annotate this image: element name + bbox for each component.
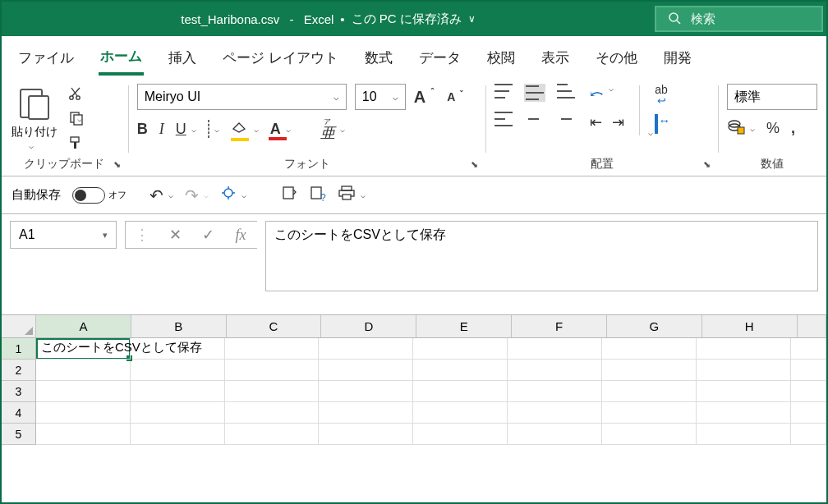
formula-options-icon[interactable]: ⋮ (126, 226, 159, 244)
dialog-launcher-icon[interactable]: ⬊ (471, 159, 478, 170)
chevron-down-icon[interactable]: ⌵ (168, 190, 173, 199)
borders-button[interactable] (208, 121, 209, 138)
tab-developer[interactable]: 開発 (662, 40, 693, 74)
cut-button[interactable] (66, 84, 85, 103)
cell-E5[interactable] (413, 424, 508, 445)
chevron-down-icon[interactable]: ⌵ (609, 84, 614, 103)
column-header-H[interactable]: H (702, 315, 798, 338)
tab-file[interactable]: ファイル (16, 40, 76, 74)
qat-icon-2[interactable]: ? (309, 185, 326, 205)
cell-H2[interactable] (697, 360, 791, 381)
cell-G2[interactable] (602, 360, 697, 381)
undo-button[interactable]: ↶ (150, 186, 163, 205)
cell-D2[interactable] (319, 360, 413, 381)
dialog-launcher-icon[interactable]: ⬊ (703, 159, 711, 170)
column-header-B[interactable]: B (131, 315, 227, 338)
autosave-toggle[interactable] (72, 187, 105, 204)
cell-D1[interactable] (319, 338, 413, 360)
cell-E1[interactable] (413, 338, 508, 360)
cell-H5[interactable] (697, 424, 791, 445)
fill-color-button[interactable] (231, 121, 249, 139)
cell-E3[interactable] (413, 381, 508, 402)
decrease-font-size-button[interactable]: Aˇ (447, 90, 455, 103)
font-color-button[interactable]: A (270, 121, 281, 138)
chevron-down-icon[interactable]: ⌵ (214, 125, 219, 134)
column-header-A[interactable]: A (36, 315, 131, 338)
cell-H3[interactable] (697, 381, 791, 402)
align-top-button[interactable] (494, 84, 513, 102)
cell-D3[interactable] (319, 381, 413, 402)
cell-C5[interactable] (225, 424, 320, 445)
align-middle-button[interactable] (524, 84, 545, 102)
cell-A3[interactable] (36, 381, 131, 402)
chevron-down-icon[interactable]: ⌵ (29, 141, 34, 150)
worksheet-grid[interactable]: A B C D E F G H 1 このシートをCSVとして保存 2 3 4 5 (2, 314, 826, 445)
chevron-down-icon[interactable]: ⌵ (750, 124, 755, 133)
cell-F5[interactable] (508, 424, 602, 445)
column-header-E[interactable]: E (416, 315, 512, 338)
chevron-down-icon[interactable]: ⌵ (334, 92, 339, 103)
formula-bar[interactable]: このシートをCSVとして保存 (265, 221, 818, 291)
row-header-4[interactable]: 4 (2, 402, 36, 424)
dialog-launcher-icon[interactable]: ⬊ (113, 159, 121, 170)
percent-button[interactable]: % (766, 120, 780, 137)
cell-C1[interactable] (225, 338, 320, 360)
chevron-down-icon[interactable]: ⌵ (361, 190, 366, 199)
comma-style-button[interactable]: , (791, 120, 795, 137)
increase-indent-button[interactable]: ⇥ (612, 113, 624, 131)
cell-partial-3[interactable] (791, 381, 827, 402)
cell-B5[interactable] (131, 424, 225, 445)
chevron-down-icon[interactable]: ⌵ (191, 125, 196, 134)
redo-button[interactable]: ↷ (185, 186, 199, 205)
paste-button[interactable]: 貼り付け ⌵ (10, 84, 59, 150)
cell-B2[interactable] (131, 360, 225, 381)
cell-E2[interactable] (413, 360, 508, 381)
tab-other[interactable]: その他 (594, 40, 639, 74)
chevron-down-icon[interactable]: ⌵ (286, 125, 291, 134)
qat-icon-1[interactable] (281, 185, 297, 205)
touch-mode-button[interactable] (220, 185, 237, 205)
fx-icon[interactable]: fx (224, 227, 257, 244)
cell-E4[interactable] (413, 402, 508, 424)
number-format-combo[interactable]: 標準 (727, 84, 817, 110)
decrease-indent-button[interactable]: ⇤ (590, 113, 602, 131)
cell-partial-5[interactable] (791, 424, 827, 445)
chevron-down-icon[interactable]: ⌵ (204, 190, 209, 199)
currency-button[interactable] (727, 118, 745, 139)
cell-F3[interactable] (508, 381, 602, 402)
cell-F2[interactable] (508, 360, 602, 381)
column-header-G[interactable]: G (607, 315, 702, 338)
format-painter-button[interactable] (66, 133, 85, 153)
cell-partial-2[interactable] (791, 360, 827, 381)
align-left-button[interactable] (494, 112, 513, 126)
cell-partial-1[interactable] (791, 338, 827, 360)
tab-home[interactable]: ホーム (99, 39, 144, 76)
cell-C2[interactable] (225, 360, 320, 381)
cancel-formula-button[interactable]: ✕ (159, 226, 191, 244)
chevron-down-icon[interactable]: ⌵ (254, 125, 259, 134)
row-header-1[interactable]: 1 (2, 338, 36, 360)
column-header-C[interactable]: C (227, 315, 322, 338)
increase-font-size-button[interactable]: Aˆ (414, 88, 426, 107)
row-header-5[interactable]: 5 (2, 424, 36, 445)
column-header-F[interactable]: F (512, 315, 607, 338)
cell-A4[interactable] (36, 402, 131, 424)
cell-G3[interactable] (602, 381, 697, 402)
cell-A1[interactable]: このシートをCSVとして保存 (36, 338, 131, 360)
chevron-down-icon[interactable]: ▾ (103, 230, 108, 241)
cell-D5[interactable] (319, 424, 413, 445)
cell-H1[interactable] (697, 338, 791, 360)
wrap-text-button[interactable]: ab↩ (655, 84, 668, 106)
cell-C3[interactable] (225, 381, 320, 402)
enter-formula-button[interactable]: ✓ (191, 226, 224, 244)
tab-pagelayout[interactable]: ページ レイアウト (221, 40, 340, 74)
copy-button[interactable]: ⌵ (66, 108, 85, 128)
cell-F1[interactable] (508, 338, 602, 360)
column-header-D[interactable]: D (321, 315, 416, 338)
chevron-down-icon[interactable]: ∨ (468, 13, 476, 25)
name-box[interactable]: A1 ▾ (10, 221, 117, 249)
cell-B3[interactable] (131, 381, 225, 402)
underline-button[interactable]: U (176, 121, 186, 138)
search-box[interactable]: 検索 (655, 6, 823, 32)
align-right-button[interactable] (554, 112, 572, 126)
